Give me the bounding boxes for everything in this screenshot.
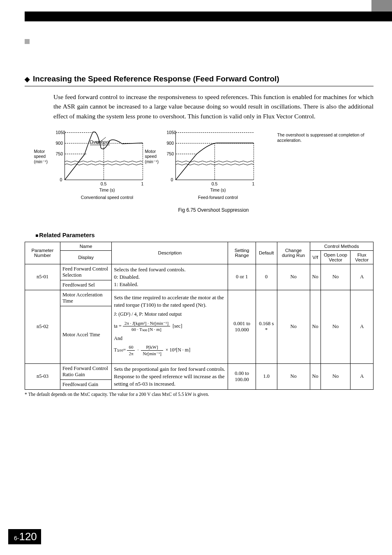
ylabel-right: Motor speed (min⁻¹) bbox=[145, 149, 159, 164]
plot-right: 1050 900 750 0 0.5 1 bbox=[175, 132, 254, 180]
xlabel-right: Time (s) bbox=[175, 187, 261, 192]
th-param: Parameter Number bbox=[25, 242, 60, 264]
page-number: 6-120 bbox=[8, 529, 41, 544]
ylabel-left: Motor speed (min⁻¹) bbox=[34, 149, 48, 164]
intro-paragraph: Use feed forward control to increase the… bbox=[53, 92, 374, 121]
xlabel-left: Time (s) bbox=[65, 187, 150, 192]
chart-left: Overshoot Motor speed (min⁻¹) 1050 900 7… bbox=[55, 132, 150, 200]
diamond-icon: ◆ bbox=[25, 76, 30, 83]
section-title-text: Increasing the Speed Reference Response … bbox=[33, 74, 279, 83]
th-vf: V/f bbox=[310, 250, 321, 264]
section-title: ◆ Increasing the Speed Reference Respons… bbox=[25, 74, 374, 86]
th-olv: Open Loop Vector bbox=[321, 250, 350, 264]
desc-n5-01: Selects the feed forward controls. 0: Di… bbox=[112, 264, 228, 290]
th-display: Display bbox=[60, 250, 111, 264]
caption-right: Feed-forward control bbox=[175, 195, 261, 200]
desc-n5-03: Sets the proportional gain for feed forw… bbox=[112, 363, 228, 389]
chart-panels: Overshoot Motor speed (min⁻¹) 1050 900 7… bbox=[55, 132, 372, 200]
footnote: * The default depends on the MxC capacit… bbox=[25, 392, 374, 397]
plot-left: 1050 900 750 0 0.5 1 bbox=[65, 132, 143, 180]
figure-caption: Fig 6.75 Overshoot Suppression bbox=[178, 207, 249, 213]
side-marker bbox=[25, 39, 30, 44]
parameters-table: Parameter Number Name Description Settin… bbox=[25, 242, 374, 390]
figure-block: Overshoot Motor speed (min⁻¹) 1050 900 7… bbox=[53, 132, 374, 227]
table-row: n5-01 Feed Forward Control Selection Sel… bbox=[25, 264, 374, 280]
chart-right: Motor speed (min⁻¹) 1050 900 750 0 0.5 1 bbox=[166, 132, 261, 200]
desc-n5-02: Sets the time required to accelerate the… bbox=[112, 290, 228, 363]
th-name: Name bbox=[60, 242, 111, 250]
th-change: Change during Run bbox=[277, 242, 310, 264]
subheading: Related Parameters bbox=[35, 232, 374, 238]
th-flux: Flux Vector bbox=[350, 250, 374, 264]
table-row: n5-03 Feed Forward Control Ratio Gain Se… bbox=[25, 363, 374, 379]
caption-left: Conventional speed control bbox=[65, 195, 150, 200]
th-methods: Control Methods bbox=[310, 242, 373, 250]
th-default: Default bbox=[256, 242, 277, 264]
side-note: The overshoot is suppressed at completio… bbox=[277, 132, 372, 143]
page-content: ◆ Increasing the Speed Reference Respons… bbox=[25, 72, 374, 397]
th-description: Description bbox=[112, 242, 228, 264]
th-range: Setting Range bbox=[228, 242, 256, 264]
table-row: n5-02 Motor Acceleration Time Sets the t… bbox=[25, 290, 374, 306]
header-bar bbox=[25, 12, 392, 21]
